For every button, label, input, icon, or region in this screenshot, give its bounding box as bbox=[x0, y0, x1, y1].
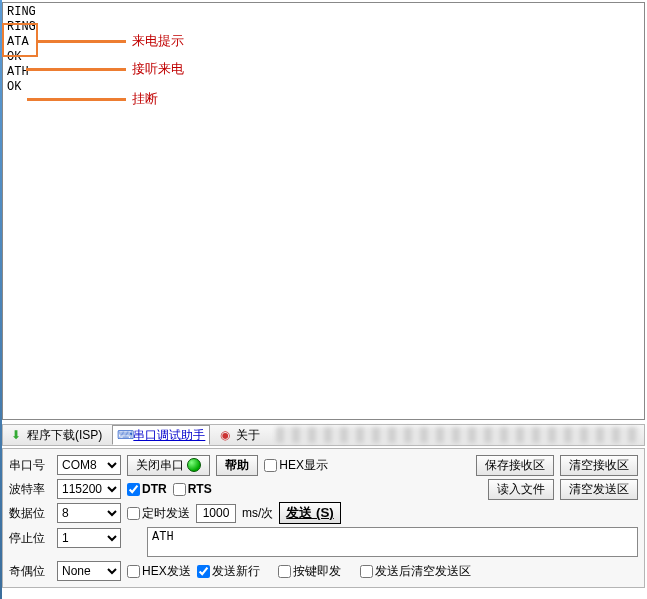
annotation-arrow bbox=[26, 68, 126, 71]
send-button[interactable]: 发送 (S) bbox=[279, 502, 340, 524]
send-textarea[interactable] bbox=[147, 527, 638, 557]
send-newline-check[interactable]: 发送新行 bbox=[197, 563, 260, 580]
chk-label: 发送后清空发送区 bbox=[375, 563, 471, 580]
dtr-check[interactable]: DTR bbox=[127, 482, 167, 496]
control-panel: 串口号 COM8 关闭串口 帮助 HEX显示 保存接收区 清空接收区 波特率 1… bbox=[2, 448, 645, 588]
chk-label: 按键即发 bbox=[293, 563, 341, 580]
hex-display-checkbox[interactable] bbox=[264, 459, 277, 472]
key-send-check[interactable]: 按键即发 bbox=[278, 563, 341, 580]
send-newline-checkbox[interactable] bbox=[197, 565, 210, 578]
databits-label: 数据位 bbox=[9, 505, 51, 522]
log-content: RING RING ATA OK ATH OK bbox=[3, 3, 644, 97]
baud-select[interactable]: 115200 bbox=[57, 479, 121, 499]
hex-send-check[interactable]: HEX发送 bbox=[127, 563, 191, 580]
chk-label: RTS bbox=[188, 482, 212, 496]
tab-bar: ⬇ 程序下载(ISP) ⌨ 串口调试助手 ◉ 关于 bbox=[2, 424, 645, 446]
parity-label: 奇偶位 bbox=[9, 563, 51, 580]
databits-select[interactable]: 8 bbox=[57, 503, 121, 523]
chk-label: 发送新行 bbox=[212, 563, 260, 580]
help-button[interactable]: 帮助 bbox=[216, 455, 258, 476]
clear-after-check[interactable]: 发送后清空发送区 bbox=[360, 563, 471, 580]
annotation-arrow bbox=[27, 98, 126, 101]
rts-check[interactable]: RTS bbox=[173, 482, 212, 496]
status-led-icon bbox=[187, 458, 201, 472]
tab-label: 串口调试助手 bbox=[133, 427, 205, 444]
key-send-checkbox[interactable] bbox=[278, 565, 291, 578]
hex-display-check[interactable]: HEX显示 bbox=[264, 457, 328, 474]
stopbits-select[interactable]: 1 bbox=[57, 528, 121, 548]
log-line: OK bbox=[7, 50, 640, 65]
dtr-checkbox[interactable] bbox=[127, 483, 140, 496]
port-label: 串口号 bbox=[9, 457, 51, 474]
annotation-arrow bbox=[38, 40, 126, 43]
keyboard-icon: ⌨ bbox=[117, 428, 131, 442]
annotation-label: 来电提示 bbox=[132, 32, 184, 50]
receive-log-area[interactable]: RING RING ATA OK ATH OK bbox=[2, 2, 645, 420]
close-port-button[interactable]: 关闭串口 bbox=[127, 455, 210, 476]
chk-label: 定时发送 bbox=[142, 505, 190, 522]
save-recv-button[interactable]: 保存接收区 bbox=[476, 455, 554, 476]
parity-select[interactable]: None bbox=[57, 561, 121, 581]
rts-checkbox[interactable] bbox=[173, 483, 186, 496]
clear-after-checkbox[interactable] bbox=[360, 565, 373, 578]
clear-recv-button[interactable]: 清空接收区 bbox=[560, 455, 638, 476]
timed-send-checkbox[interactable] bbox=[127, 507, 140, 520]
blurred-region bbox=[276, 427, 640, 443]
log-line: RING bbox=[7, 20, 640, 35]
chk-label: HEX显示 bbox=[279, 457, 328, 474]
tab-label: 程序下载(ISP) bbox=[27, 427, 102, 444]
annotation-label: 接听来电 bbox=[132, 60, 184, 78]
btn-label: 关闭串口 bbox=[136, 458, 184, 472]
port-select[interactable]: COM8 bbox=[57, 455, 121, 475]
stopbits-label: 停止位 bbox=[9, 530, 51, 547]
tab-serial[interactable]: ⌨ 串口调试助手 bbox=[112, 425, 210, 445]
download-icon: ⬇ bbox=[11, 428, 25, 442]
clear-send-button[interactable]: 清空发送区 bbox=[560, 479, 638, 500]
tab-about[interactable]: ◉ 关于 bbox=[216, 425, 264, 445]
baud-label: 波特率 bbox=[9, 481, 51, 498]
help-icon: ◉ bbox=[220, 428, 234, 442]
annotation-label: 挂断 bbox=[132, 90, 158, 108]
load-file-button[interactable]: 读入文件 bbox=[488, 479, 554, 500]
tab-label: 关于 bbox=[236, 427, 260, 444]
interval-input[interactable] bbox=[196, 504, 236, 523]
chk-label: HEX发送 bbox=[142, 563, 191, 580]
interval-unit: ms/次 bbox=[242, 505, 273, 522]
timed-send-check[interactable]: 定时发送 bbox=[127, 505, 190, 522]
tab-download[interactable]: ⬇ 程序下载(ISP) bbox=[7, 425, 106, 445]
hex-send-checkbox[interactable] bbox=[127, 565, 140, 578]
log-line: RING bbox=[7, 5, 640, 20]
chk-label: DTR bbox=[142, 482, 167, 496]
log-line: OK bbox=[7, 80, 640, 95]
